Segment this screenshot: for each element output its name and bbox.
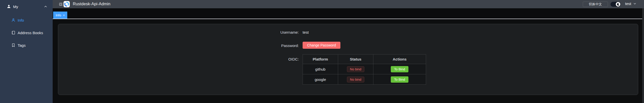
to-bind-button[interactable]: To Bind [391,76,408,83]
scrollbar[interactable] [642,8,644,103]
chevron-down-icon [633,2,636,5]
tab-label: Info [56,13,61,17]
status-cell: No bind [338,74,373,85]
bookmark-icon [11,43,15,47]
column-header-status: Status [338,55,373,64]
user-dropdown[interactable]: test [625,2,636,6]
actions-cell: To Bind [373,74,426,85]
oidc-table: Platform Status Actions github No bind T… [303,54,426,85]
dark-mode-toggle[interactable] [610,2,621,7]
column-header-platform: Platform [303,55,338,64]
table-row: google No bind To Bind [303,74,426,85]
username-label: Username: [58,30,299,34]
switch-language-button[interactable]: 切换中文 [583,2,608,7]
sidebar: My Info Address Books Tags [0,0,53,103]
sidebar-item-label: Info [18,18,24,22]
status-badge: No bind [347,77,364,82]
platform-cell: google [303,74,338,85]
moon-icon [616,2,620,7]
app-root: My Info Address Books Tags [0,0,644,103]
sidebar-item-tags[interactable]: Tags [0,40,53,50]
status-cell: No bind [338,64,373,74]
page-title: Rustdesk-Api-Admin [73,2,110,6]
menu-fold-icon[interactable] [58,2,63,7]
tab-bar: Info × [53,8,642,19]
sidebar-item-label: Tags [18,43,26,47]
user-name: test [625,2,631,6]
app-header: Rustdesk-Api-Admin 切换中文 test [53,0,644,8]
status-badge: No bind [347,66,364,72]
change-password-button[interactable]: Change Password [303,42,340,49]
notebook-icon [11,31,15,35]
sidebar-item-address-books[interactable]: Address Books [0,28,53,38]
close-icon[interactable]: × [63,14,65,17]
column-header-actions: Actions [373,55,426,64]
sidebar-group-my[interactable]: My [0,2,53,11]
oidc-label: OIDC: [58,57,299,61]
rustdesk-logo [63,1,70,7]
table-header-row: Platform Status Actions [303,55,426,64]
user-icon [7,5,11,9]
username-value: test [303,30,309,34]
person-outline-icon [11,18,15,22]
sidebar-group-label: My [13,5,18,9]
info-panel: Username: test Password: Change Password… [58,24,638,95]
sidebar-item-info[interactable]: Info [0,15,53,25]
password-label: Password: [58,43,299,48]
sidebar-item-label: Address Books [18,31,43,35]
table-row: github No bind To Bind [303,64,426,74]
chevron-up-icon [44,5,47,8]
platform-cell: github [303,64,338,74]
actions-cell: To Bind [373,64,426,74]
to-bind-button[interactable]: To Bind [391,66,408,72]
tab-info[interactable]: Info × [53,12,67,19]
